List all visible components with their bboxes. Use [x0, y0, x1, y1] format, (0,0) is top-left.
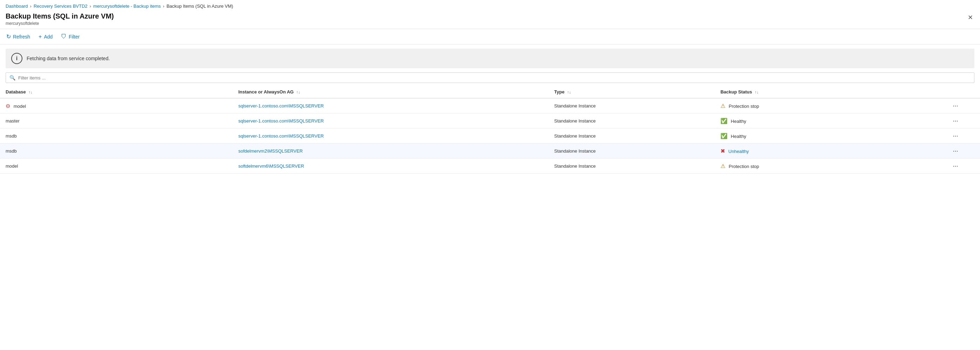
sort-icon-database[interactable]: ↑↓ [29, 90, 32, 94]
banner-message: Fetching data from service completed. [27, 55, 110, 61]
row-actions-button[interactable]: ··· [951, 132, 960, 139]
sort-icon-instance[interactable]: ↑↓ [296, 90, 300, 94]
instance-link[interactable]: softdelmervm6\MSSQLSERVER [238, 163, 304, 169]
table-row: msdb sqlserver-1.contoso.com\MSSQLSERVER… [0, 128, 980, 144]
page-subtitle: mercurysoftdelete [6, 21, 114, 26]
row-actions-button[interactable]: ··· [951, 147, 960, 155]
cell-type: Standalone Instance [549, 113, 715, 128]
filter-bar[interactable]: 🔍 [6, 73, 974, 83]
instance-link[interactable]: sqlserver-1.contoso.com\MSSQLSERVER [238, 118, 324, 124]
table-row: model softdelmervm6\MSSQLSERVER Standalo… [0, 158, 980, 174]
table-row: master sqlserver-1.contoso.com\MSSQLSERV… [0, 113, 980, 128]
cell-database: model [0, 158, 232, 174]
green-check-icon: ✅ [721, 133, 727, 139]
instance-link[interactable]: sqlserver-1.contoso.com\MSSQLSERVER [238, 103, 324, 109]
row-actions-button[interactable]: ··· [951, 162, 960, 170]
breadcrumb-recovery[interactable]: Recovery Services BVTD2 [33, 3, 88, 9]
col-header-status: Backup Status ↑↓ [715, 86, 931, 98]
col-header-type: Type ↑↓ [549, 86, 715, 98]
green-check-icon: ✅ [721, 118, 727, 124]
refresh-button[interactable]: ↻ Refresh [6, 32, 31, 41]
row-actions-button[interactable]: ··· [951, 102, 960, 109]
warning-icon: ⚠ [721, 103, 725, 109]
unhealthy-status[interactable]: Unhealthy [729, 149, 749, 154]
instance-link[interactable]: sqlserver-1.contoso.com\MSSQLSERVER [238, 133, 324, 139]
table-container: Database ↑↓ Instance or AlwaysOn AG ↑↓ T… [0, 86, 980, 174]
cell-database: master [0, 113, 232, 128]
cell-status: ✖ Unhealthy [715, 144, 931, 158]
cell-type: Standalone Instance [549, 128, 715, 144]
cell-type: Standalone Instance [549, 144, 715, 158]
info-icon: i [11, 53, 22, 64]
backup-items-table: Database ↑↓ Instance or AlwaysOn AG ↑↓ T… [0, 86, 980, 174]
table-row: msdb sofdelmervm2\MSSQLSERVER Standalone… [0, 144, 980, 158]
sort-icon-status[interactable]: ↑↓ [755, 90, 759, 94]
page-title: Backup Items (SQL in Azure VM) [6, 12, 114, 20]
cell-database: ⊖ model [0, 98, 232, 113]
cell-instance: sqlserver-1.contoso.com\MSSQLSERVER [232, 98, 549, 113]
add-icon: + [38, 33, 42, 40]
cell-instance: sqlserver-1.contoso.com\MSSQLSERVER [232, 128, 549, 144]
cell-status: ✅ Healthy [715, 128, 931, 144]
cell-status: ⚠ Protection stop [715, 98, 931, 113]
info-banner: i Fetching data from service completed. [6, 49, 974, 68]
breadcrumb: Dashboard › Recovery Services BVTD2 › me… [0, 0, 980, 11]
cell-type: Standalone Instance [549, 98, 715, 113]
add-button[interactable]: + Add [38, 32, 53, 41]
instance-link[interactable]: sofdelmervm2\MSSQLSERVER [238, 149, 302, 154]
row-actions-button[interactable]: ··· [951, 117, 960, 125]
breadcrumb-current: Backup Items (SQL in Azure VM) [166, 3, 233, 9]
breadcrumb-dashboard[interactable]: Dashboard [6, 3, 28, 9]
cell-actions: ··· [931, 98, 980, 113]
col-header-database: Database ↑↓ [0, 86, 232, 98]
cell-instance: sofdelmervm2\MSSQLSERVER [232, 144, 549, 158]
col-header-instance: Instance or AlwaysOn AG ↑↓ [232, 86, 549, 98]
table-header-row: Database ↑↓ Instance or AlwaysOn AG ↑↓ T… [0, 86, 980, 98]
refresh-icon: ↻ [6, 33, 11, 40]
cell-actions: ··· [931, 113, 980, 128]
cell-status: ⚠ Protection stop [715, 158, 931, 174]
table-row: ⊖ model sqlserver-1.contoso.com\MSSQLSER… [0, 98, 980, 113]
cell-database: msdb [0, 144, 232, 158]
warning-icon: ⚠ [721, 163, 725, 169]
filter-icon: ⛉ [61, 33, 67, 40]
cell-database: msdb [0, 128, 232, 144]
page-header: Backup Items (SQL in Azure VM) mercuryso… [0, 11, 980, 29]
sort-icon-type[interactable]: ↑↓ [567, 90, 571, 94]
cell-status: ✅ Healthy [715, 113, 931, 128]
col-header-actions [931, 86, 980, 98]
minus-red-icon: ⊖ [6, 103, 10, 109]
close-button[interactable]: ✕ [966, 12, 974, 23]
cell-actions: ··· [931, 158, 980, 174]
search-icon: 🔍 [10, 75, 16, 81]
cell-type: Standalone Instance [549, 158, 715, 174]
breadcrumb-backup-items[interactable]: mercurysoftdelete - Backup items [93, 3, 161, 9]
filter-button[interactable]: ⛉ Filter [60, 32, 80, 41]
cell-instance: sqlserver-1.contoso.com\MSSQLSERVER [232, 113, 549, 128]
cell-actions: ··· [931, 128, 980, 144]
error-icon: ✖ [721, 148, 725, 154]
cell-actions: ··· [931, 144, 980, 158]
filter-input[interactable] [18, 75, 970, 81]
cell-instance: softdelmervm6\MSSQLSERVER [232, 158, 549, 174]
toolbar: ↻ Refresh + Add ⛉ Filter [0, 29, 980, 44]
